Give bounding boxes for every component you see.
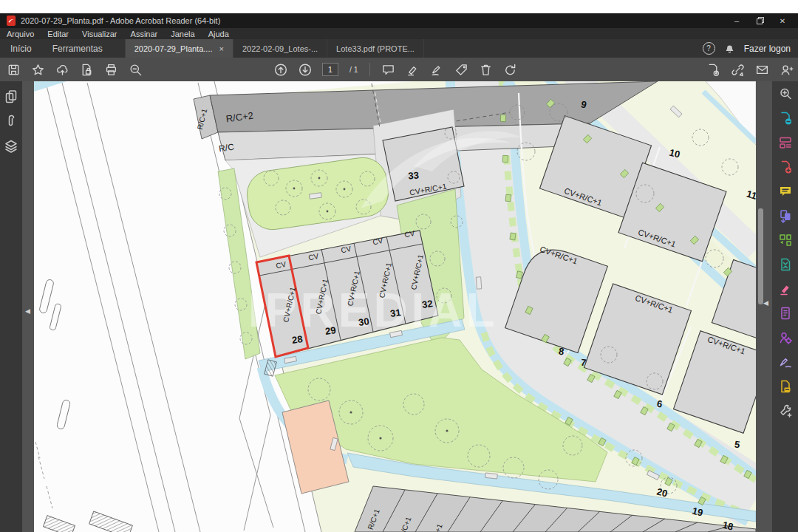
right-panel-collapse-arrow[interactable]: ◀ xyxy=(763,300,768,307)
search-icon xyxy=(778,86,793,101)
export-tools-button[interactable] xyxy=(706,62,720,77)
tools-icon xyxy=(778,403,793,418)
desktop-margin xyxy=(0,0,798,13)
ink-pen-icon xyxy=(430,63,444,77)
bell-icon xyxy=(724,43,735,54)
redo-button[interactable] xyxy=(503,62,518,77)
email-button[interactable] xyxy=(754,62,769,77)
sign-button[interactable] xyxy=(772,349,798,374)
star-icon xyxy=(31,63,45,77)
redact-icon xyxy=(778,282,793,296)
document-gear-icon xyxy=(706,63,720,77)
redact-button[interactable] xyxy=(772,276,798,301)
acrobat-pdf-icon xyxy=(7,16,16,26)
stamp-tool-button[interactable] xyxy=(454,62,469,77)
menu-item-assinar[interactable]: Assinar xyxy=(124,30,165,38)
combine-button[interactable] xyxy=(772,203,798,228)
menu-item-ajuda[interactable]: Ajuda xyxy=(202,30,236,38)
export-pdf-button[interactable] xyxy=(772,106,798,130)
toolbar-divider xyxy=(369,63,370,76)
highlighter-icon xyxy=(406,63,420,77)
notifications-button[interactable] xyxy=(724,43,735,54)
comment-icon xyxy=(778,184,793,199)
tools-button[interactable] xyxy=(772,398,798,423)
account-button[interactable] xyxy=(779,62,794,77)
find-button[interactable] xyxy=(128,62,143,77)
document-tabs: 2020-07-29_Planta....×2022-02-09_Lotes-.… xyxy=(125,39,424,58)
stamp-button[interactable] xyxy=(772,374,798,398)
protect-icon xyxy=(778,330,793,345)
vertical-scrollbar[interactable] xyxy=(758,208,763,304)
restore-button[interactable] xyxy=(751,13,770,28)
export-pdf-icon xyxy=(778,111,793,126)
tabbar-right-cluster: ? Fazer logon xyxy=(703,39,791,58)
comment-tool-button[interactable] xyxy=(381,62,396,77)
toolbar: 1 / 1 xyxy=(0,58,798,82)
protect-document-button[interactable] xyxy=(79,62,94,77)
window-title: 2020-07-29_Planta.pdf - Adobe Acrobat Re… xyxy=(21,16,220,25)
save-button[interactable] xyxy=(6,62,21,77)
compress-button[interactable] xyxy=(772,252,798,276)
protect-button[interactable] xyxy=(772,325,798,349)
tab-close-icon[interactable]: × xyxy=(219,44,224,53)
link-icon xyxy=(731,63,745,77)
delete-button[interactable] xyxy=(479,62,494,77)
tab-bar: Início Ferramentas 2020-07-29_Planta....… xyxy=(0,39,798,58)
page-thumbnails-icon xyxy=(4,89,18,103)
scan-button[interactable] xyxy=(772,301,798,325)
highlight-tool-button[interactable] xyxy=(406,62,420,77)
page-number-input[interactable]: 1 xyxy=(322,63,338,76)
menu-item-editar[interactable]: Editar xyxy=(41,30,75,38)
create-pdf-button[interactable] xyxy=(772,154,798,179)
cloud-upload-icon xyxy=(55,63,69,77)
redo-icon xyxy=(503,63,517,77)
previous-page-button[interactable] xyxy=(273,62,288,77)
edit-pdf-button[interactable] xyxy=(772,130,798,154)
document-tab-2[interactable]: Lote33.pdf (PROTE... xyxy=(327,39,424,58)
search-button[interactable] xyxy=(772,81,798,106)
toolbar-right-group xyxy=(706,58,794,81)
person-plus-icon xyxy=(780,63,794,77)
document-tab-1[interactable]: 2022-02-09_Lotes-... xyxy=(233,39,327,58)
minimize-button[interactable]: – xyxy=(727,13,746,28)
left-panel-rail xyxy=(0,81,22,532)
printer-icon xyxy=(104,63,118,77)
site-plan-drawing: IPREDIAL R/C+2R/CR/C+133CV+R/C+1CVCVCVCV… xyxy=(34,81,756,532)
share-link-button[interactable] xyxy=(730,62,745,77)
tab-home[interactable]: Início xyxy=(0,39,42,58)
arrow-down-circle-icon xyxy=(298,62,313,78)
help-button[interactable]: ? xyxy=(703,42,715,55)
map-label: 30 xyxy=(358,316,369,328)
left-panel-collapse-arrow[interactable]: ◀ xyxy=(25,308,30,315)
menu-item-janela[interactable]: Janela xyxy=(164,30,201,38)
sign-tool-button[interactable] xyxy=(430,62,445,77)
map-label: 32 xyxy=(421,298,433,310)
layers-button[interactable] xyxy=(0,134,22,159)
close-button[interactable]: ✕ xyxy=(773,13,792,28)
toolbar-center-group: 1 / 1 xyxy=(273,58,518,81)
favorite-button[interactable] xyxy=(30,62,45,77)
save-icon xyxy=(7,63,21,77)
print-button[interactable] xyxy=(103,62,118,77)
tab-tools[interactable]: Ferramentas xyxy=(42,39,113,58)
document-tab-0[interactable]: 2020-07-29_Planta....× xyxy=(125,39,233,58)
page-thumbnails-button[interactable] xyxy=(0,83,22,109)
scan-icon xyxy=(778,306,793,321)
attachments-button[interactable] xyxy=(0,109,22,134)
map-label: 29 xyxy=(324,324,336,337)
compress-icon xyxy=(778,257,793,272)
comment-button[interactable] xyxy=(772,179,798,203)
share-cloud-button[interactable] xyxy=(55,62,69,77)
sign-icon xyxy=(778,355,793,369)
title-bar: 2020-07-29_Planta.pdf - Adobe Acrobat Re… xyxy=(0,13,798,28)
search-icon xyxy=(129,63,143,77)
document-tab-label: 2020-07-29_Planta.... xyxy=(134,44,213,53)
login-button[interactable]: Fazer logon xyxy=(744,44,791,54)
organize-button[interactable] xyxy=(772,228,798,252)
page-total-label: / 1 xyxy=(349,65,358,74)
attachments-icon xyxy=(4,114,18,129)
menu-item-arquivo[interactable]: Arquivo xyxy=(0,30,41,38)
menu-item-visualizar[interactable]: Visualizar xyxy=(75,30,124,38)
next-page-button[interactable] xyxy=(298,62,313,77)
comment-bubble-icon xyxy=(381,63,395,77)
